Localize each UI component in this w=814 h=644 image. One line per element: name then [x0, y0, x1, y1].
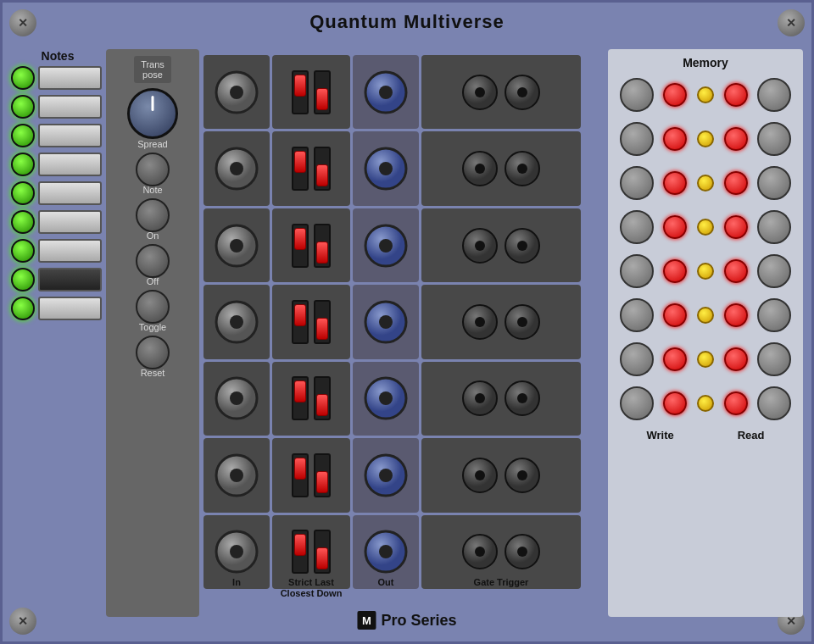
spread-label: Spread: [137, 139, 167, 149]
mem-knob-2b[interactable]: [757, 122, 791, 156]
strict-toggle-1[interactable]: [292, 70, 309, 114]
in-knob-7[interactable]: [215, 530, 259, 574]
out-knob-1[interactable]: [364, 70, 408, 114]
svg-point-39: [517, 393, 527, 403]
in-knob-6[interactable]: [215, 453, 259, 497]
up-toggle-6[interactable]: [314, 453, 331, 497]
gate-knob-3a[interactable]: [461, 227, 499, 264]
controls-section: Transpose Spread Note On Off Toggle Rese…: [106, 49, 199, 617]
strict-label: Strict LastClosest Down: [272, 577, 350, 599]
gate-knob-2b[interactable]: [504, 150, 541, 187]
strict-toggle-2[interactable]: [292, 147, 309, 191]
out-knob-6[interactable]: [364, 453, 408, 497]
mem-knob-4b[interactable]: [757, 210, 791, 244]
reset-knob[interactable]: [136, 336, 170, 369]
in-knob-1[interactable]: [215, 70, 259, 114]
out-knob-5[interactable]: [364, 376, 408, 420]
mem-led-red-1b: [724, 83, 748, 107]
out-knob-4[interactable]: [364, 300, 408, 344]
out-knob-7[interactable]: [364, 530, 408, 574]
in-knob-5[interactable]: [215, 376, 259, 420]
gate-knob-1b[interactable]: [504, 74, 541, 111]
mem-knob-8a[interactable]: [620, 386, 654, 420]
mem-knob-5b[interactable]: [757, 254, 791, 288]
note-btn-7[interactable]: [38, 239, 102, 263]
write-label: Write: [646, 429, 673, 441]
in-cell-4: [204, 285, 270, 358]
transpose-btn[interactable]: Transpose: [134, 56, 171, 83]
mem-knob-6b[interactable]: [757, 298, 791, 332]
up-toggle-5[interactable]: [314, 376, 331, 420]
gate-knob-1a[interactable]: [461, 74, 499, 111]
in-knob-2[interactable]: [215, 147, 259, 191]
strict-toggle-3[interactable]: [292, 224, 309, 268]
grid-row-2: [204, 131, 581, 205]
memory-row-3: [615, 164, 796, 202]
mem-led-yellow-2: [697, 130, 714, 147]
out-cell-3: [353, 208, 419, 282]
mem-knob-1b[interactable]: [757, 78, 791, 112]
grid-row-5: [204, 362, 581, 436]
gate-knob-4a[interactable]: [461, 303, 499, 341]
mem-knob-5a[interactable]: [620, 254, 654, 288]
on-knob[interactable]: [136, 198, 170, 232]
note-btn-3[interactable]: [38, 124, 102, 147]
up-toggle-3[interactable]: [314, 224, 331, 268]
toggle-knob[interactable]: [136, 290, 170, 324]
mem-knob-6a[interactable]: [620, 298, 654, 332]
mem-knob-3b[interactable]: [757, 166, 791, 200]
strict-toggle-7[interactable]: [292, 530, 309, 574]
note-btn-1[interactable]: [38, 66, 102, 90]
svg-point-13: [475, 164, 485, 174]
up-toggle-1[interactable]: [314, 70, 331, 114]
gate-cell-1: [421, 55, 581, 129]
note-btn-9[interactable]: [38, 297, 102, 320]
toggle-pill-up-5: [316, 394, 328, 416]
note-btn-2[interactable]: [38, 95, 102, 119]
mem-led-red-7: [663, 347, 687, 371]
gate-knob-6b[interactable]: [504, 457, 541, 494]
strict-toggle-4[interactable]: [292, 300, 309, 344]
note-row: [11, 153, 104, 176]
gate-knob-3b[interactable]: [504, 227, 541, 264]
note-btn-5[interactable]: [38, 181, 102, 205]
mem-led-yellow-6: [697, 307, 714, 324]
strict-toggle-6[interactable]: [292, 453, 309, 497]
gate-knob-4b[interactable]: [504, 303, 541, 341]
out-knob-2[interactable]: [364, 147, 408, 191]
note-knob[interactable]: [136, 153, 170, 186]
note-btn-4[interactable]: [38, 153, 102, 176]
main-panel: Quantum Multiverse Notes: [0, 0, 814, 644]
up-toggle-7[interactable]: [314, 530, 331, 574]
memory-row-1: [615, 76, 796, 114]
in-knob-4[interactable]: [215, 300, 259, 344]
svg-point-41: [230, 469, 243, 482]
mem-knob-7b[interactable]: [757, 342, 791, 376]
in-knob-3[interactable]: [215, 224, 259, 268]
toggle-pill-6: [294, 458, 306, 480]
strict-toggle-5[interactable]: [292, 376, 309, 420]
gate-knob-2a[interactable]: [461, 150, 499, 187]
mem-led-red-2: [663, 127, 687, 151]
note-btn-6[interactable]: [38, 210, 102, 234]
mem-knob-3a[interactable]: [620, 166, 654, 200]
up-toggle-4[interactable]: [314, 300, 331, 344]
mem-knob-7a[interactable]: [620, 342, 654, 376]
gate-knob-7a[interactable]: [461, 533, 499, 570]
mem-knob-1a[interactable]: [620, 78, 654, 112]
in-cell-5: [204, 362, 270, 436]
note-led-9: [11, 297, 35, 320]
gate-knob-5a[interactable]: [461, 380, 499, 417]
mem-knob-2a[interactable]: [620, 122, 654, 156]
off-knob[interactable]: [136, 244, 170, 278]
mem-knob-8b[interactable]: [757, 386, 791, 420]
svg-point-55: [517, 547, 527, 557]
gate-knob-7b[interactable]: [504, 533, 541, 570]
mem-knob-4a[interactable]: [620, 210, 654, 244]
gate-knob-6a[interactable]: [461, 457, 499, 494]
out-knob-3[interactable]: [364, 224, 408, 268]
gate-knob-5b[interactable]: [504, 380, 541, 417]
note-btn-8[interactable]: [38, 268, 102, 291]
spread-knob[interactable]: [127, 88, 178, 139]
up-toggle-2[interactable]: [314, 147, 331, 191]
